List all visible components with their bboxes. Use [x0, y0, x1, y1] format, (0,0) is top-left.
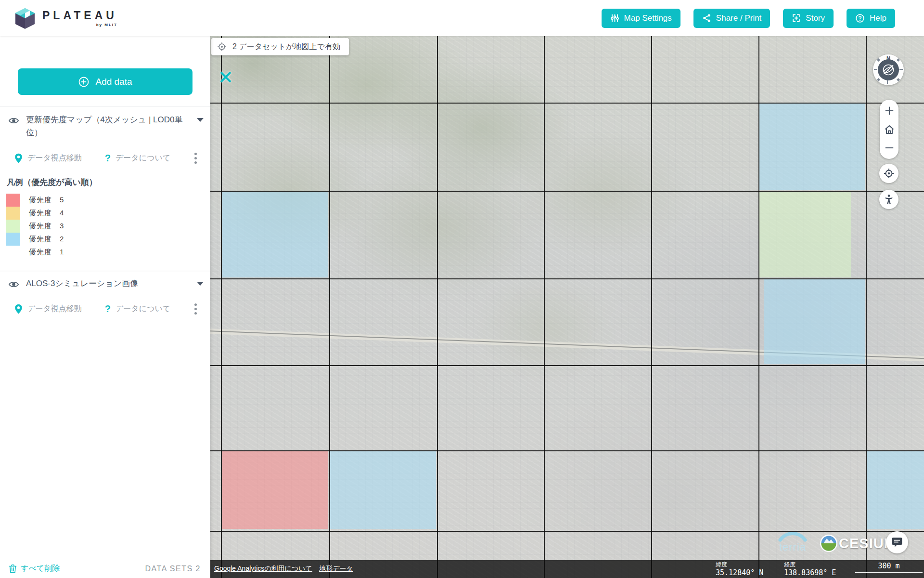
mesh-cell-priority-2[interactable]	[867, 451, 924, 529]
terrain-data-link[interactable]: 地形データ	[319, 565, 353, 573]
help-button[interactable]: Help	[847, 9, 895, 28]
dataset-item-priority-map: 更新優先度マップ（4次メッシュ | LOD0単位） データ視点移動 ? データに…	[0, 106, 210, 259]
close-icon[interactable]	[217, 69, 234, 86]
cesium-globe-icon	[820, 534, 838, 552]
delete-all-label: すべて削除	[21, 564, 60, 574]
accessibility-person-icon	[883, 194, 895, 205]
sidebar-footer: すべて削除 DATA SETS 2	[0, 559, 210, 578]
add-data-button[interactable]: Add data	[18, 68, 192, 95]
about-data-label: データについて	[116, 153, 170, 163]
home-view-button[interactable]	[882, 123, 897, 136]
plus-circle-icon	[78, 76, 90, 88]
visibility-eye-icon[interactable]	[8, 279, 19, 290]
map-status-bar: Google Analyticsの利用について 地形データ 緯度 35.1284…	[210, 560, 924, 578]
grid-line	[210, 191, 924, 192]
story-button[interactable]: Story	[783, 9, 834, 28]
header-nav: Map Settings Share / Print Story	[602, 9, 924, 28]
share-print-button[interactable]: Share / Print	[693, 9, 770, 28]
about-data-button[interactable]: ? データについて	[105, 153, 170, 164]
zoom-out-button[interactable]	[882, 142, 897, 154]
brand-name: PLATEAU	[42, 9, 117, 22]
grid-line	[866, 36, 867, 578]
grid-line	[210, 278, 924, 279]
terria-logo[interactable]: terria	[777, 532, 808, 553]
latitude-readout: 緯度 35.12840° N	[716, 561, 763, 578]
active-datasets-toast: 2 データセットが地図上で有効	[211, 38, 349, 55]
dataset-item-alos3: ALOS-3シミュレーション画像 データ視点移動 ? データについて	[0, 270, 210, 316]
map-settings-button[interactable]: Map Settings	[602, 9, 680, 28]
legend-swatch-priority-5	[6, 194, 20, 207]
feedback-chat-button[interactable]	[886, 531, 908, 553]
sliders-icon	[610, 13, 619, 23]
about-data-button[interactable]: ? データについて	[105, 303, 170, 315]
grid-line	[544, 36, 545, 578]
map-pin-icon	[14, 304, 23, 314]
grid-line	[437, 36, 438, 578]
grid-line	[651, 36, 652, 578]
add-data-label: Add data	[95, 77, 132, 87]
compass-control[interactable]: N	[873, 54, 904, 85]
accessibility-button[interactable]	[879, 190, 898, 209]
grid-line	[210, 450, 924, 451]
chevron-down-icon[interactable]	[197, 118, 204, 122]
grid-line	[210, 531, 924, 532]
plateau-logo: PLATEAU by MLIT	[0, 7, 117, 29]
grid-line	[758, 36, 759, 578]
legend: 凡例（優先度が高い順） 優先度 5 優先度 4 優先度 3 優先度 2	[0, 166, 210, 259]
chevron-down-icon[interactable]	[197, 282, 204, 286]
legend-row: 優先度 4	[6, 207, 210, 220]
home-icon	[884, 124, 895, 135]
mesh-cell-priority-2[interactable]	[764, 279, 865, 364]
legend-row: 優先度 2	[6, 233, 210, 246]
app-header: PLATEAU by MLIT Map Settings Share /	[0, 0, 924, 36]
my-location-button[interactable]	[879, 164, 898, 183]
about-data-label: データについて	[116, 304, 170, 314]
move-viewpoint-label: データ視点移動	[27, 304, 82, 314]
chat-bubble-icon	[891, 536, 903, 549]
legend-swatch-priority-3	[6, 220, 20, 233]
legend-title: 凡例（優先度が高い順）	[7, 177, 210, 188]
grid-line	[329, 36, 330, 578]
mesh-cell-priority-2[interactable]	[222, 192, 328, 277]
question-icon: ?	[105, 303, 111, 315]
map-canvas[interactable]: 2 データセットが地図上で有効 N	[210, 36, 924, 578]
dataset-menu-icon[interactable]	[192, 302, 199, 316]
share-icon	[702, 13, 711, 23]
grid-line	[221, 36, 222, 578]
trash-icon	[9, 564, 17, 573]
dataset-title: ALOS-3シミュレーション画像	[26, 277, 193, 290]
mesh-cell-priority-2[interactable]	[759, 104, 865, 190]
help-label: Help	[870, 13, 886, 23]
longitude-readout: 経度 138.83698° E	[784, 561, 836, 578]
gyroscope-icon[interactable]	[878, 59, 899, 80]
brand-subtitle: by MLIT	[42, 23, 117, 27]
move-viewpoint-button[interactable]: データ視点移動	[14, 304, 82, 314]
crosshair-icon	[883, 168, 895, 179]
grid-line	[210, 103, 924, 104]
plateau-app: PLATEAU by MLIT Map Settings Share /	[0, 0, 924, 578]
legend-swatch-priority-1	[6, 246, 20, 259]
cesium-logo[interactable]: CESIUM	[820, 534, 896, 552]
map-pin-icon	[14, 153, 23, 163]
visibility-eye-icon[interactable]	[8, 115, 19, 126]
move-viewpoint-label: データ視点移動	[27, 153, 82, 163]
location-radar-icon	[217, 42, 227, 52]
story-frame-icon	[792, 13, 801, 23]
mesh-cell-priority-2[interactable]	[330, 451, 436, 529]
dataset-menu-icon[interactable]	[192, 151, 199, 166]
mesh-cell-priority-3[interactable]	[759, 192, 851, 277]
google-analytics-link[interactable]: Google Analyticsの利用について	[214, 565, 312, 573]
legend-row: 優先度 5	[6, 194, 210, 207]
share-print-label: Share / Print	[716, 13, 762, 23]
legend-row: 優先度 3	[6, 220, 210, 233]
move-viewpoint-button[interactable]: データ視点移動	[14, 153, 82, 163]
grid-line	[210, 365, 924, 366]
mesh-cell-priority-5[interactable]	[222, 451, 328, 529]
active-datasets-message: 2 データセットが地図上で有効	[232, 42, 340, 52]
story-label: Story	[806, 13, 825, 23]
zoom-in-button[interactable]	[882, 105, 897, 117]
map-settings-label: Map Settings	[624, 13, 672, 23]
datasets-count: DATA SETS 2	[145, 565, 201, 573]
delete-all-button[interactable]: すべて削除	[9, 564, 60, 574]
legend-row: 優先度 1	[6, 246, 210, 259]
